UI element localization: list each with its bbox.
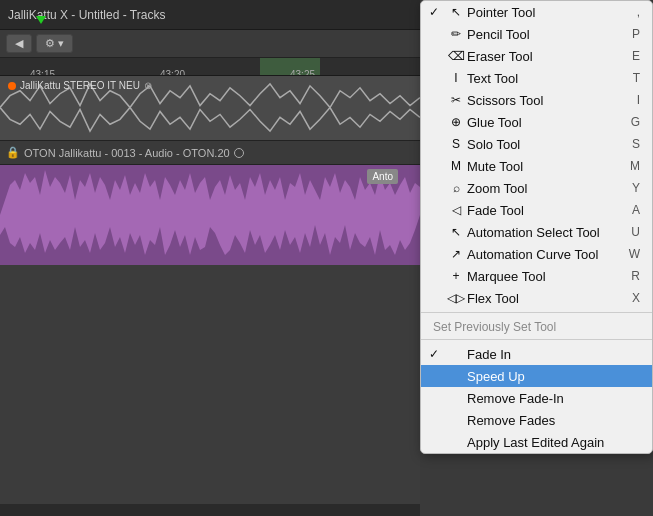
section-label-0: Fade In <box>467 347 640 362</box>
ruler-mark-2: 43:20 <box>160 69 185 77</box>
tool-icon-auto-curve: ↗ <box>445 247 467 261</box>
menu-item-auto-select[interactable]: ↖ Automation Select Tool U <box>421 221 652 243</box>
scroll-area[interactable] <box>0 504 420 516</box>
track-row-1: JalliKattu STEREO IT NEU ⊗ <box>0 76 420 141</box>
tool-icon-auto-select: ↖ <box>445 225 467 239</box>
tool-icon-eraser: ⌫ <box>445 49 467 63</box>
menu-divider-1 <box>421 312 652 313</box>
daw-toolbar: ◀ ⚙ ▾ <box>0 30 420 58</box>
shortcut-eraser: E <box>632 49 640 63</box>
menu-item-text[interactable]: I Text Tool T <box>421 67 652 89</box>
tool-label-fade: Fade Tool <box>467 203 624 218</box>
tool-icon-mute: M <box>445 159 467 173</box>
playhead-indicator <box>36 16 46 24</box>
daw-title: JalliKattu X - Untitled - Tracks <box>8 8 165 22</box>
track1-label: JalliKattu STEREO IT NEU <box>20 80 140 91</box>
section-item-2[interactable]: Remove Fade-In <box>421 387 652 409</box>
tool-label-text: Text Tool <box>467 71 625 86</box>
tool-label-auto-select: Automation Select Tool <box>467 225 623 240</box>
tool-label-zoom: Zoom Tool <box>467 181 624 196</box>
shortcut-glue: G <box>631 115 640 129</box>
shortcut-zoom: Y <box>632 181 640 195</box>
section-check-0: ✓ <box>429 347 445 361</box>
section-label-3: Remove Fades <box>467 413 640 428</box>
track-content-1[interactable]: JalliKattu STEREO IT NEU ⊗ <box>0 76 420 140</box>
tool-label-auto-curve: Automation Curve Tool <box>467 247 621 262</box>
menu-item-fade[interactable]: ◁ Fade Tool A <box>421 199 652 221</box>
tool-label-pointer: Pointer Tool <box>467 5 629 20</box>
tools-button[interactable]: ⚙ ▾ <box>36 34 73 53</box>
section-item-3[interactable]: Remove Fades <box>421 409 652 431</box>
section-item-0[interactable]: ✓ Fade In <box>421 343 652 365</box>
track-orange-dot <box>8 82 16 90</box>
tool-icon-zoom: ⌕ <box>445 181 467 195</box>
ruler-mark-1: 43:15 <box>30 69 55 77</box>
menu-item-pointer[interactable]: ✓ ↖ Pointer Tool , <box>421 1 652 23</box>
section-label-4: Apply Last Edited Again <box>467 435 640 450</box>
ruler-mark-3: 43:25 <box>290 69 315 77</box>
daw-header: JalliKattu X - Untitled - Tracks <box>0 0 420 30</box>
stereo-icon: ⊗ <box>144 80 152 91</box>
shortcut-flex: X <box>632 291 640 305</box>
tool-label-solo: Solo Tool <box>467 137 624 152</box>
back-button[interactable]: ◀ <box>6 34 32 53</box>
menu-item-eraser[interactable]: ⌫ Eraser Tool E <box>421 45 652 67</box>
tool-icon-marquee: + <box>445 269 467 283</box>
record-button[interactable] <box>234 148 244 158</box>
menu-item-flex[interactable]: ◁▷ Flex Tool X <box>421 287 652 309</box>
shortcut-auto-curve: W <box>629 247 640 261</box>
tool-icon-pencil: ✏ <box>445 27 467 41</box>
menu-item-marquee[interactable]: + Marquee Tool R <box>421 265 652 287</box>
section-item-4[interactable]: Apply Last Edited Again <box>421 431 652 453</box>
set-tool-label: Set Previously Set Tool <box>421 316 652 336</box>
tool-icon-fade: ◁ <box>445 203 467 217</box>
menu-divider-2 <box>421 339 652 340</box>
lock-icon: 🔒 <box>6 146 20 159</box>
shortcut-text: T <box>633 71 640 85</box>
menu-item-pencil[interactable]: ✏ Pencil Tool P <box>421 23 652 45</box>
tool-label-mute: Mute Tool <box>467 159 622 174</box>
tool-label-scissors: Scissors Tool <box>467 93 629 108</box>
menu-item-mute[interactable]: M Mute Tool M <box>421 155 652 177</box>
tool-icon-glue: ⊕ <box>445 115 467 129</box>
menu-item-solo[interactable]: S Solo Tool S <box>421 133 652 155</box>
track-2-content[interactable]: Anto <box>0 165 420 265</box>
check-mark-0: ✓ <box>429 5 445 19</box>
tool-icon-scissors: ✂ <box>445 93 467 107</box>
tool-label-glue: Glue Tool <box>467 115 623 130</box>
tool-icon-solo: S <box>445 137 467 151</box>
shortcut-fade: A <box>632 203 640 217</box>
tool-icon-text: I <box>445 71 467 85</box>
track2-label: OTON Jallikattu - 0013 - Audio - OTON.20 <box>24 147 230 159</box>
shortcut-pointer: , <box>637 5 640 19</box>
shortcut-solo: S <box>632 137 640 151</box>
daw-background: JalliKattu X - Untitled - Tracks ◀ ⚙ ▾ 4… <box>0 0 420 516</box>
tool-icon-pointer: ↖ <box>445 5 467 19</box>
menu-item-zoom[interactable]: ⌕ Zoom Tool Y <box>421 177 652 199</box>
timeline-ruler: 43:15 43:20 43:25 <box>0 58 420 76</box>
dropdown-menu: ✓ ↖ Pointer Tool , ✏ Pencil Tool P ⌫ Era… <box>420 0 653 454</box>
menu-item-auto-curve[interactable]: ↗ Automation Curve Tool W <box>421 243 652 265</box>
shortcut-scissors: I <box>637 93 640 107</box>
shortcut-marquee: R <box>631 269 640 283</box>
anto-label: Anto <box>367 169 398 184</box>
tool-label-pencil: Pencil Tool <box>467 27 624 42</box>
tool-label-marquee: Marquee Tool <box>467 269 623 284</box>
tool-label-eraser: Eraser Tool <box>467 49 624 64</box>
section-label-1: Speed Up <box>467 369 640 384</box>
menu-item-scissors[interactable]: ✂ Scissors Tool I <box>421 89 652 111</box>
shortcut-auto-select: U <box>631 225 640 239</box>
tool-icon-flex: ◁▷ <box>445 291 467 305</box>
section-item-1[interactable]: Speed Up <box>421 365 652 387</box>
waveform-2 <box>0 165 420 265</box>
tool-label-flex: Flex Tool <box>467 291 624 306</box>
track2-header: 🔒 OTON Jallikattu - 0013 - Audio - OTON.… <box>0 141 420 165</box>
shortcut-mute: M <box>630 159 640 173</box>
menu-item-glue[interactable]: ⊕ Glue Tool G <box>421 111 652 133</box>
shortcut-pencil: P <box>632 27 640 41</box>
section-label-2: Remove Fade-In <box>467 391 640 406</box>
